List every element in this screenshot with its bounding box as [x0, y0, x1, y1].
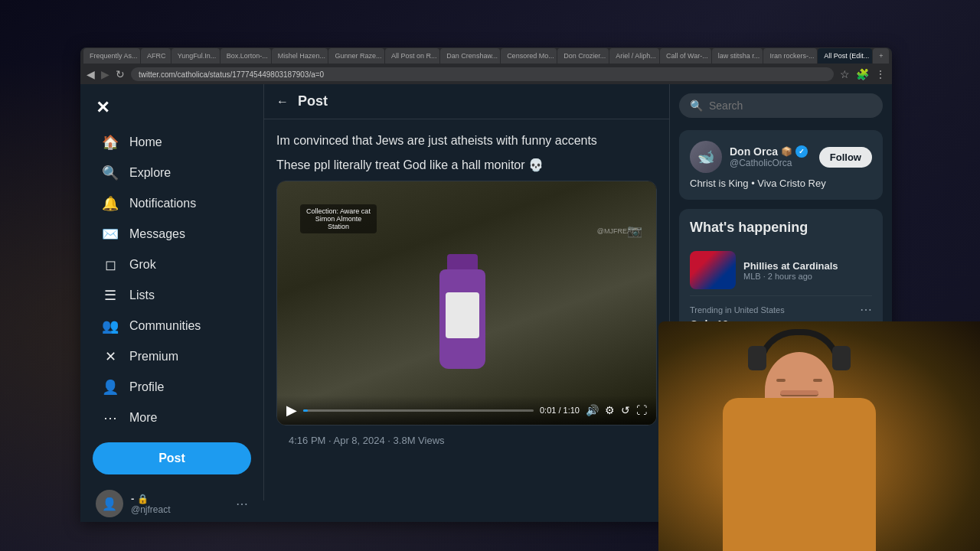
sidebar-item-messages[interactable]: ✉️ Messages: [87, 220, 257, 249]
tab-new[interactable]: +: [873, 48, 889, 64]
sidebar-item-grok-label: Grok: [129, 258, 156, 272]
video-overlay-text: Collection: Aware catSimon AlmonteStatio…: [300, 204, 377, 233]
tab-12[interactable]: Call of War-...: [660, 48, 711, 64]
sidebar-item-explore-label: Explore: [129, 166, 171, 180]
camera-icon: 📷: [627, 223, 642, 238]
profile-card-header: 🐋 Don Orca 📦 ✓ @CatholicOrca Follow: [690, 141, 872, 173]
fullscreen-icon[interactable]: ⛶: [636, 404, 647, 416]
profile-card-avatar[interactable]: 🐋: [690, 141, 722, 173]
search-icon: 🔍: [690, 99, 703, 112]
post-button[interactable]: Post: [93, 442, 251, 474]
back-nav-icon[interactable]: ◀: [87, 68, 95, 80]
verified-badge: ✓: [795, 145, 808, 158]
video-container[interactable]: Collection: Aware catSimon AlmonteStatio…: [276, 181, 657, 425]
more-options-icon-1[interactable]: ⋯: [860, 302, 872, 317]
user-display-name: - 🔒: [131, 493, 228, 504]
phillies-title: Phillies at Cardinals: [743, 260, 872, 272]
sidebar-item-notifications[interactable]: 🔔 Notifications: [87, 189, 257, 218]
tab-14[interactable]: Iran rockers-...: [763, 48, 817, 64]
phillies-meta: MLB · 2 hours ago: [743, 272, 872, 281]
tab-5[interactable]: Mishel Hazen...: [272, 48, 328, 64]
settings-icon[interactable]: ⋮: [875, 68, 886, 80]
sidebar-item-notifications-label: Notifications: [129, 197, 196, 210]
extensions-icon[interactable]: 🧩: [856, 68, 869, 80]
post-page-title: Post: [298, 93, 328, 109]
tab-3[interactable]: YungFul.In...: [172, 48, 220, 64]
post-text-1: Im convinced that Jews are just atheists…: [276, 132, 657, 150]
sidebar-item-home-label: Home: [129, 135, 162, 149]
back-arrow[interactable]: ←: [276, 95, 289, 109]
user-info: - 🔒 @njfreact: [131, 493, 228, 515]
time-display: 0:01 / 1:10: [540, 406, 580, 415]
home-icon: 🏠: [102, 134, 119, 151]
tab-7[interactable]: All Post on R...: [385, 48, 439, 64]
video-placeholder: Collection: Aware catSimon AlmonteStatio…: [277, 181, 656, 425]
tab-11[interactable]: Ariel / Aliph...: [609, 48, 659, 64]
tab-10[interactable]: Don Crozier...: [557, 48, 609, 64]
sidebar-item-home[interactable]: 🏠 Home: [87, 128, 257, 157]
loop-icon[interactable]: ↺: [621, 404, 630, 416]
sidebar-item-profile[interactable]: 👤 Profile: [87, 373, 257, 402]
search-input[interactable]: [709, 99, 872, 112]
sidebar-item-grok[interactable]: ◻ Grok: [87, 250, 257, 279]
sidebar-item-profile-label: Profile: [129, 380, 164, 394]
right-eye: [813, 379, 822, 382]
tab-8[interactable]: Dan Crenshaw...: [440, 48, 500, 64]
streamer-hoodie: [723, 398, 876, 551]
tab-4[interactable]: Box.Lorton-...: [220, 48, 271, 64]
profile-card: 🐋 Don Orca 📦 ✓ @CatholicOrca Follow Chri…: [679, 130, 883, 200]
refresh-icon[interactable]: ↻: [116, 68, 125, 80]
sidebar-item-messages-label: Messages: [129, 227, 185, 241]
progress-bar[interactable]: [303, 409, 534, 412]
explore-icon: 🔍: [102, 165, 119, 181]
profile-card-info: Don Orca 📦 ✓ @CatholicOrca: [730, 145, 808, 168]
bottle-body: [439, 269, 485, 369]
sidebar: ✕ 🏠 Home 🔍 Explore 🔔 Notifications ✉️ Me…: [80, 84, 264, 500]
communities-icon: 👥: [102, 318, 119, 334]
user-profile-section[interactable]: 👤 - 🔒 @njfreact ⋯: [87, 484, 257, 522]
profile-card-handle: @CatholicOrca: [730, 158, 808, 168]
sidebar-item-lists[interactable]: ☰ Lists: [87, 281, 257, 310]
follow-button[interactable]: Follow: [819, 147, 872, 168]
premium-icon: ✕: [102, 348, 119, 365]
profile-card-user: 🐋 Don Orca 📦 ✓ @CatholicOrca: [690, 141, 808, 173]
sidebar-item-communities[interactable]: 👥 Communities: [87, 311, 257, 341]
sidebar-item-premium[interactable]: ✕ Premium: [87, 342, 257, 371]
sidebar-item-explore[interactable]: 🔍 Explore: [87, 158, 257, 187]
tab-2[interactable]: AFRC: [141, 48, 171, 64]
lists-icon: ☰: [102, 287, 119, 304]
x-logo[interactable]: ✕: [80, 92, 263, 127]
tab-6[interactable]: Gunner Raze...: [328, 48, 384, 64]
webcam-overlay: [658, 321, 980, 551]
trending-meta-1: Trending in United States ⋯: [690, 302, 872, 317]
forward-nav-icon[interactable]: ▶: [101, 68, 109, 80]
webcam-background: [658, 321, 980, 551]
search-box[interactable]: 🔍: [679, 93, 883, 118]
bookmark-icon[interactable]: ☆: [840, 68, 850, 80]
play-button[interactable]: ▶: [286, 402, 297, 419]
profile-bio: Christ is King • Viva Cristo Rey: [690, 178, 872, 189]
bottle-label: [446, 292, 479, 338]
address-input[interactable]: [131, 67, 834, 81]
tab-15-active[interactable]: All Post (Edit...: [818, 48, 872, 64]
volume-icon[interactable]: 🔊: [586, 404, 599, 416]
notifications-icon: 🔔: [102, 195, 119, 212]
tab-1[interactable]: Frequently As...: [83, 48, 140, 64]
post-header: ← Post: [264, 84, 669, 119]
left-eye: [776, 379, 786, 382]
sidebar-item-premium-label: Premium: [129, 350, 178, 364]
streamer-figure: [723, 337, 876, 551]
profile-icon: 👤: [102, 379, 119, 396]
tab-13[interactable]: law stitsha r...: [712, 48, 763, 64]
trending-item-phillies[interactable]: Phillies at Cardinals MLB · 2 hours ago: [690, 245, 872, 296]
sidebar-item-communities-label: Communities: [129, 319, 201, 333]
settings-video-icon[interactable]: ⚙: [605, 404, 615, 416]
bottle-cap: [447, 254, 478, 269]
progress-fill: [303, 409, 308, 412]
messages-icon: ✉️: [102, 226, 119, 243]
sidebar-item-more[interactable]: ⋯ More: [87, 403, 257, 432]
grok-icon: ◻: [102, 256, 119, 273]
more-dots-icon[interactable]: ⋯: [236, 497, 248, 511]
sidebar-item-lists-label: Lists: [129, 289, 155, 302]
tab-9[interactable]: Censored Mo...: [501, 48, 557, 64]
